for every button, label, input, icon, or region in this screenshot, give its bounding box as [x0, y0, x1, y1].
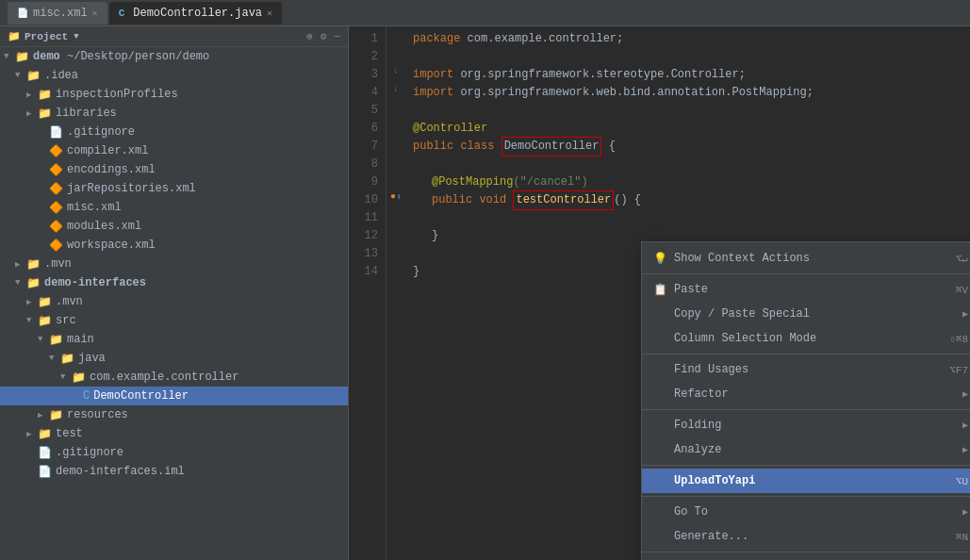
- tree-item-src[interactable]: ▼ 📁 src: [0, 311, 348, 330]
- tree-item-misc-xml[interactable]: 🔶 misc.xml: [0, 198, 348, 217]
- sidebar-project-icon: 📁: [8, 30, 21, 42]
- code-line-8: [413, 156, 962, 173]
- tree-item-modules-xml[interactable]: 🔶 modules.xml: [0, 217, 348, 236]
- folder-icon: 📁: [26, 276, 41, 290]
- tab-bar: 📄 misc.xml ✕ C DemoController.java ✕: [8, 2, 282, 25]
- folder-icon: 📁: [38, 88, 52, 102]
- menu-label: Copy / Paste Special: [674, 307, 962, 321]
- code-line-10: public void testController() {: [413, 191, 962, 209]
- code-line-6: @Controller: [413, 120, 962, 138]
- tree-item-label: workspace.xml: [67, 239, 156, 252]
- menu-item-upload-to-yapi[interactable]: UploadToYapi ⌥U: [642, 469, 970, 493]
- tree-item-demo-root[interactable]: ▼ 📁 demo ~/Desktop/person/demo: [0, 47, 348, 66]
- tree-item-encodings-xml[interactable]: 🔶 encodings.xml: [0, 160, 348, 179]
- submenu-arrow: ▶: [962, 506, 968, 518]
- expand-arrow: ▶: [38, 410, 49, 420]
- menu-item-copy-paste-special[interactable]: Copy / Paste Special ▶: [642, 302, 970, 326]
- code-line-7: public class DemoController {: [413, 138, 962, 156]
- tree-item-mvn2[interactable]: ▶ 📁 .mvn: [0, 292, 348, 311]
- menu-item-folding[interactable]: Folding ▶: [642, 413, 970, 437]
- tree-item-workspace-xml[interactable]: 🔶 workspace.xml: [0, 236, 348, 255]
- tree-item-mvn[interactable]: ▶ 📁 .mvn: [0, 255, 348, 273]
- gutter-11: [386, 206, 405, 223]
- line-num-3: 3: [349, 66, 378, 84]
- add-icon[interactable]: ⊕: [306, 30, 313, 42]
- tree-item-package[interactable]: ▼ 📁 com.example.controller: [0, 368, 348, 387]
- code-line-11: [413, 209, 962, 227]
- close-icon[interactable]: ✕: [267, 8, 272, 19]
- tree-item-label: demo-interfaces: [44, 276, 146, 289]
- menu-label: Show Context Actions: [674, 252, 937, 265]
- sidebar-arrow-icon: ▼: [74, 32, 78, 41]
- tree-item-gitignore2[interactable]: 📄 .gitignore: [0, 443, 348, 462]
- sidebar: 📁 Project ▼ ⊕ ⚙ — ▼ 📁 demo ~/Desktop/per…: [0, 26, 349, 560]
- tree-item-iml[interactable]: 📄 demo-interfaces.iml: [0, 462, 348, 481]
- line-num-14: 14: [349, 263, 378, 281]
- java-file-icon: C: [119, 8, 125, 19]
- menu-item-run-maven[interactable]: ▶ Run Maven ▶: [642, 555, 970, 560]
- settings-icon[interactable]: ⚙: [321, 30, 327, 42]
- tree-item-libraries[interactable]: ▶ 📁 libraries: [0, 104, 348, 123]
- xml-icon: 🔶: [49, 239, 63, 253]
- menu-item-show-context-actions[interactable]: 💡 Show Context Actions ⌥↵: [642, 246, 970, 271]
- menu-separator-1: [642, 273, 970, 274]
- tree-item-gitignore[interactable]: 📄 .gitignore: [0, 123, 348, 141]
- tree-item-democontroller[interactable]: C DemoController: [0, 387, 348, 405]
- editor-area[interactable]: 1 2 3 4 5 6 7 8 9 10 11 12 13 14 ↓ ↓: [349, 26, 970, 560]
- menu-item-paste[interactable]: 📋 Paste ⌘V: [642, 277, 970, 302]
- tree-item-java[interactable]: ▼ 📁 java: [0, 349, 348, 368]
- tree-item-inspection-profiles[interactable]: ▶ 📁 inspectionProfiles: [0, 85, 348, 104]
- sidebar-toolbar: ⊕ ⚙ —: [306, 30, 340, 42]
- title-bar: 📄 misc.xml ✕ C DemoController.java ✕: [0, 0, 970, 26]
- gutter-1: [386, 26, 405, 44]
- lightbulb-icon: 💡: [653, 252, 670, 266]
- tab-democontroller-java[interactable]: C DemoController.java ✕: [109, 2, 282, 25]
- line-num-6: 6: [349, 120, 378, 138]
- tab-misc-xml[interactable]: 📄 misc.xml ✕: [8, 2, 107, 25]
- menu-item-generate[interactable]: Generate... ⌘N: [642, 524, 970, 549]
- menu-shortcut: ⌘N: [956, 531, 968, 543]
- folder-icon: 📁: [26, 69, 41, 83]
- tree-item-compiler-xml[interactable]: 🔶 compiler.xml: [0, 141, 348, 160]
- tree-item-main[interactable]: ▼ 📁 main: [0, 330, 348, 349]
- menu-item-column-selection[interactable]: Column Selection Mode ⇧⌘8: [642, 326, 970, 351]
- folder-icon: 📁: [38, 314, 52, 328]
- line-num-13: 13: [349, 245, 378, 263]
- tree-item-label: inspectionProfiles: [56, 88, 178, 101]
- menu-item-go-to[interactable]: Go To ▶: [642, 500, 970, 524]
- gutter-8: [386, 152, 405, 170]
- menu-item-find-usages[interactable]: Find Usages ⌥F7: [642, 357, 970, 382]
- folder-icon: 📁: [60, 352, 74, 366]
- menu-label: Go To: [674, 505, 962, 519]
- tree-item-jar-repositories[interactable]: 🔶 jarRepositories.xml: [0, 179, 348, 198]
- menu-item-refactor[interactable]: Refactor ▶: [642, 382, 970, 406]
- tree-item-demo-interfaces[interactable]: ▼ 📁 demo-interfaces: [0, 273, 348, 292]
- tree-item-test[interactable]: ▶ 📁 test: [0, 424, 348, 443]
- menu-item-analyze[interactable]: Analyze ▶: [642, 437, 970, 462]
- xml-icon: 🔶: [49, 182, 63, 196]
- tree-item-idea[interactable]: ▼ 📁 .idea: [0, 66, 348, 85]
- line-numbers: 1 2 3 4 5 6 7 8 9 10 11 12 13 14: [349, 26, 386, 560]
- collapse-icon[interactable]: —: [334, 30, 340, 42]
- tree-item-label: java: [78, 352, 106, 365]
- expand-arrow: ▶: [26, 90, 38, 100]
- tree-item-label: .idea: [44, 69, 78, 82]
- tree-item-label: DemoController: [93, 389, 189, 403]
- tree-item-label: demo ~/Desktop/person/demo: [33, 50, 209, 63]
- editor-gutter: ↓ ↓ ● ⬇: [386, 26, 405, 560]
- expand-arrow: ▼: [15, 278, 26, 288]
- expand-arrow: ▼: [60, 372, 72, 382]
- line-num-8: 8: [349, 156, 378, 173]
- menu-separator-6: [642, 552, 970, 552]
- folder-icon: 📁: [38, 107, 52, 121]
- close-icon[interactable]: ✕: [92, 8, 98, 19]
- expand-arrow: ▶: [15, 259, 26, 270]
- tree-item-resources[interactable]: ▶ 📁 resources: [0, 405, 348, 424]
- gutter-3: ↓: [386, 62, 405, 80]
- code-line-4: import org.springframework.web.bind.anno…: [413, 84, 962, 102]
- menu-separator-3: [642, 409, 970, 410]
- java-icon: C: [83, 389, 90, 403]
- xml-icon: 🔶: [49, 220, 63, 234]
- line-num-12: 12: [349, 227, 378, 245]
- expand-arrow: ▶: [26, 429, 38, 439]
